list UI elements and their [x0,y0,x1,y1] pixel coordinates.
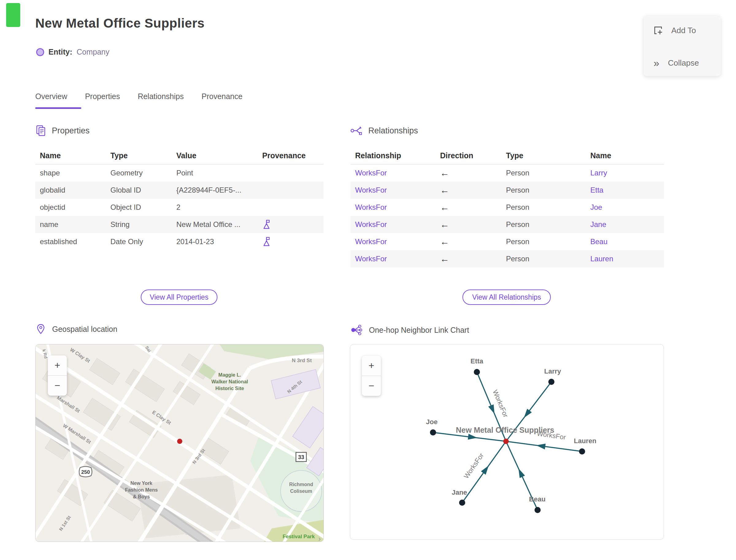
properties-section-header: Properties [36,125,90,136]
entity-type-dot [36,48,44,56]
person-node[interactable] [548,379,554,385]
property-value: 2 [172,203,258,212]
provenance-flag-icon[interactable] [262,219,271,230]
person-node[interactable] [459,500,465,506]
one-hop-link-chart[interactable]: WorksForWorksForWorksForEttaLarryJoeLaur… [350,344,664,540]
actions-panel: Add To » Collapse [644,16,721,76]
person-node-label: Larry [544,367,561,375]
relationship-type-link[interactable]: WorksFor [351,203,435,212]
relationships-table: Relationship Direction Type Name WorksFo… [351,147,664,267]
tab-relationships[interactable]: Relationships [138,92,184,101]
provenance-flag-icon[interactable] [262,236,271,247]
relationships-section-header: Relationships [351,126,418,136]
add-to-icon [654,26,663,35]
relationship-name-link[interactable]: Beau [586,237,664,246]
relationship-type-link[interactable]: WorksFor [351,169,435,177]
active-tab-underline [35,107,81,109]
edge-arrowhead [481,466,489,475]
properties-table-header: Name Type Value Provenance [35,147,324,164]
property-value: 2014-01-23 [172,237,258,246]
relationship-direction: ← [435,185,501,195]
svg-text:33: 33 [298,454,304,460]
property-row: nameStringNew Metal Office ... [35,216,324,233]
col-direction: Direction [435,151,501,160]
tab-provenance[interactable]: Provenance [201,92,242,101]
entity-details-page: New Metal Office Suppliers Entity: Compa… [0,0,736,560]
relationships-table-header: Relationship Direction Type Name [351,147,664,164]
relationships-section-title: Relationships [368,126,418,136]
map-pin-icon [37,324,45,334]
property-name: shape [35,169,106,177]
relationship-name-link[interactable]: Larry [586,169,664,177]
relationships-rows: WorksFor←PersonLarryWorksFor←PersonEttaW… [351,164,664,267]
col-type: Type [106,151,172,160]
relationship-entity-type: Person [501,237,586,246]
entity-type-value: Company [77,48,109,56]
chart-zoom-control: + − [362,356,381,396]
properties-section-title: Properties [52,126,90,136]
link-chart-icon [351,324,362,336]
relationship-direction: ← [435,236,501,247]
entity-label: Entity: [48,48,72,56]
col-name: Name [35,151,106,160]
property-name: name [35,220,106,229]
relationship-type-link[interactable]: WorksFor [351,255,435,263]
view-all-relationships-button[interactable]: View All Relationships [462,290,551,305]
relationship-entity-type: Person [501,169,586,177]
relationship-name-link[interactable]: Lauren [586,255,664,263]
geospatial-map[interactable]: W Clay StE Clay StMarshall StW Marshall … [35,344,324,542]
property-value: Point [172,169,258,177]
property-type: String [106,220,172,229]
person-node[interactable] [535,507,541,513]
linkchart-section-title: One-hop Neighbor Link Chart [369,326,469,335]
relationship-row: WorksFor←PersonLarry [351,164,664,182]
properties-table: Name Type Value Provenance shapeGeometry… [35,147,324,250]
add-to-button[interactable]: Add To [654,23,696,38]
property-value: {A228944F-0EF5-... [172,186,258,194]
relationships-icon [351,126,362,136]
center-entity-label: New Metal Office Suppliers [456,426,554,434]
person-node-label: Jane [452,489,467,496]
properties-icon [36,125,46,136]
property-value: New Metal Office ... [172,220,258,229]
property-provenance [258,236,324,247]
relationship-row: WorksFor←PersonLauren [351,250,664,267]
collapse-button[interactable]: » Collapse [654,55,699,71]
property-type: Object ID [106,203,172,212]
col-value: Value [172,151,258,160]
relationship-row: WorksFor←PersonBeau [351,233,664,250]
map-label: N 3rd St [292,358,312,363]
center-entity-node[interactable] [503,439,509,444]
person-node[interactable] [430,429,436,435]
tab-overview[interactable]: Overview [35,92,67,101]
linkchart-section-header: One-hop Neighbor Link Chart [351,324,469,336]
collapse-label: Collapse [668,58,699,68]
relationship-type-link[interactable]: WorksFor [351,237,435,246]
chart-zoom-out-button[interactable]: − [362,376,381,396]
tab-properties[interactable]: Properties [85,92,120,101]
map-zoom-out-button[interactable]: − [48,376,67,396]
tab-bar: Overview Properties Relationships Proven… [35,92,243,101]
person-node-label: Etta [470,357,483,365]
link-chart-canvas: WorksForWorksForWorksForEttaLarryJoeLaur… [350,344,664,539]
edge-arrowhead [536,444,546,450]
view-all-properties-button[interactable]: View All Properties [141,290,217,305]
property-name: globalid [35,186,106,194]
chart-zoom-in-button[interactable]: + [362,356,381,376]
person-node[interactable] [474,369,480,375]
relationship-name-link[interactable]: Jane [586,220,664,229]
relationship-name-link[interactable]: Joe [586,203,664,212]
geospatial-section-title: Geospatial location [52,325,117,334]
property-name: established [35,237,106,246]
relationship-direction: ← [435,254,501,264]
route-shield-33: 33 [296,452,306,462]
person-node-label: Lauren [574,437,596,445]
map-zoom-in-button[interactable]: + [48,355,67,376]
relationship-type-link[interactable]: WorksFor [351,220,435,229]
relationship-type-link[interactable]: WorksFor [351,186,435,194]
property-type: Global ID [106,186,172,194]
relationship-name-link[interactable]: Etta [586,186,664,194]
person-node[interactable] [579,448,585,455]
relationship-row: WorksFor←PersonJane [351,216,664,233]
map-attribution-chevron[interactable]: › [318,535,321,542]
